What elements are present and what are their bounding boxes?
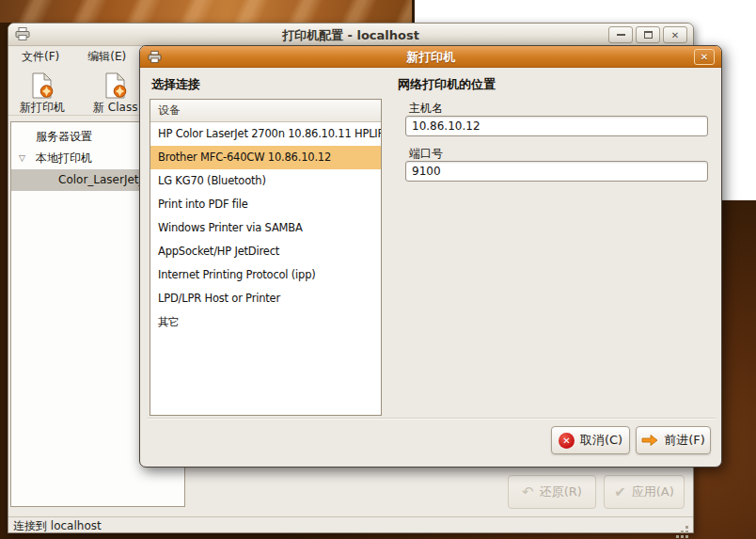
forward-button[interactable]: 前进(F) xyxy=(636,426,711,454)
revert-label: 还原(R) xyxy=(540,484,582,500)
device-row[interactable]: AppSocket/HP JetDirect xyxy=(150,240,381,263)
device-row[interactable]: HP Color LaserJet 2700n 10.86.10.11 HPLI… xyxy=(150,122,381,146)
cancel-icon: ✕ xyxy=(559,433,575,449)
device-row[interactable]: LG KG70 (Bluetooth) xyxy=(150,169,381,193)
device-row-selected[interactable]: Brother MFC-640CW 10.86.10.12 xyxy=(150,146,381,169)
tree-item-label: 本地打印机 xyxy=(36,148,92,169)
tree-item-label: Color_LaserJet_ xyxy=(58,169,145,191)
main-titlebar[interactable]: 打印机配置 - localhost ✕ xyxy=(8,24,693,46)
device-list[interactable]: 设备 HP Color LaserJet 2700n 10.86.10.11 H… xyxy=(150,99,382,416)
connection-header: 选择连接 xyxy=(151,76,200,93)
device-row[interactable]: 其它 xyxy=(150,310,381,334)
apply-icon: ✔ xyxy=(614,484,626,500)
device-column-header[interactable]: 设备 xyxy=(150,100,381,122)
menu-file[interactable]: 文件(F) xyxy=(18,47,63,67)
maximize-button[interactable] xyxy=(636,26,660,43)
main-window-title: 打印机配置 - localhost xyxy=(8,27,693,44)
new-printer-label: 新打印机 xyxy=(20,100,65,116)
new-class-label: 新 Class xyxy=(93,100,137,116)
close-icon: ✕ xyxy=(701,52,708,62)
menu-edit[interactable]: 编辑(E) xyxy=(84,47,130,67)
forward-arrow-icon xyxy=(641,434,658,447)
cancel-label: 取消(C) xyxy=(580,432,622,449)
maximize-icon xyxy=(644,31,653,39)
port-label: 端口号 xyxy=(409,146,443,162)
new-class-button[interactable]: 新 Class xyxy=(87,71,143,112)
new-class-icon xyxy=(104,72,127,99)
close-icon: ✕ xyxy=(671,30,679,40)
tree-item-label: 服务器设置 xyxy=(36,126,92,148)
cancel-button[interactable]: ✕ 取消(C) xyxy=(551,426,630,454)
statusbar: 连接到 localhost xyxy=(8,516,693,534)
apply-label: 应用(A) xyxy=(632,484,674,500)
device-row[interactable]: LPD/LPR Host or Printer xyxy=(150,287,381,310)
minimize-icon xyxy=(617,33,625,36)
location-header: 网络打印机的位置 xyxy=(398,76,496,93)
resize-grip[interactable] xyxy=(685,526,688,529)
new-printer-dialog: 新打印机 ✕ 选择连接 设备 HP Color LaserJet 2700n 1… xyxy=(139,45,722,468)
revert-button[interactable]: ↶ 还原(R) xyxy=(508,475,596,509)
port-input[interactable] xyxy=(405,161,708,182)
hostname-label: 主机名 xyxy=(409,101,443,117)
device-row[interactable]: Print into PDF file xyxy=(150,193,381,216)
dialog-titlebar[interactable]: 新打印机 ✕ xyxy=(140,46,721,68)
minimize-button[interactable] xyxy=(608,26,633,43)
apply-button[interactable]: ✔ 应用(A) xyxy=(604,475,685,509)
new-printer-icon xyxy=(31,72,54,99)
new-printer-button[interactable]: 新打印机 xyxy=(14,71,71,112)
revert-icon: ↶ xyxy=(522,484,534,500)
desktop-wallpaper-strip xyxy=(0,0,415,23)
dialog-separator xyxy=(148,418,716,419)
forward-label: 前进(F) xyxy=(664,432,705,449)
close-button[interactable]: ✕ xyxy=(663,26,687,43)
expander-icon[interactable]: ▽ xyxy=(19,148,25,169)
device-row[interactable]: Windows Printer via SAMBA xyxy=(150,216,381,240)
dialog-title: 新打印机 xyxy=(140,49,721,66)
dialog-close-button[interactable]: ✕ xyxy=(694,49,715,65)
hostname-input[interactable] xyxy=(405,116,708,136)
device-row[interactable]: Internet Printing Protocol (ipp) xyxy=(150,263,381,287)
status-text: 连接到 localhost xyxy=(13,518,102,534)
